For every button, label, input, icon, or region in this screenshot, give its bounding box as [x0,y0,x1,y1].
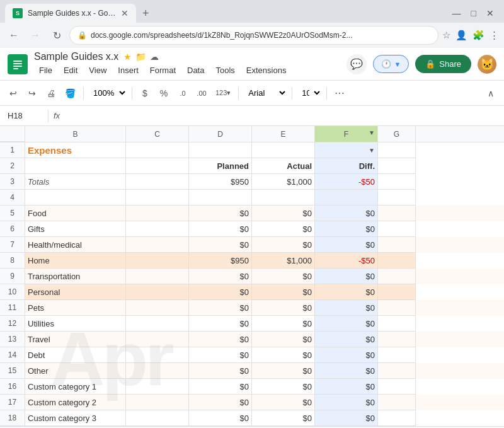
col-header-g[interactable]: G [378,126,416,142]
cell-e12[interactable]: $0 [252,316,315,332]
cell-b4[interactable] [25,190,126,205]
cell-b15[interactable]: Other [25,363,126,379]
cell-reference-input[interactable]: H18 [5,110,43,122]
active-tab[interactable]: S Sample Guides x.x - Google Shee... ✕ [5,4,136,23]
cell-e18[interactable]: $0 [252,410,315,426]
cell-b3[interactable]: Totals [25,174,126,190]
cell-d8[interactable]: $950 [189,253,252,269]
cell-f15[interactable]: $0 [315,363,378,379]
redo-button[interactable]: ↪ [24,85,40,101]
cell-c13[interactable] [126,332,189,347]
cell-f13[interactable]: $0 [315,332,378,347]
decimal-less-button[interactable]: .0 [175,85,191,101]
cell-b18[interactable]: Custom category 3 [25,410,126,426]
zoom-select[interactable]: 100% [88,86,127,100]
star-icon[interactable]: ★ [123,52,132,62]
cell-e7[interactable]: $0 [252,237,315,253]
cell-b1[interactable]: Expenses [25,142,126,158]
cell-d6[interactable]: $0 [189,221,252,237]
cell-f6[interactable]: $0 [315,221,378,237]
address-bar[interactable]: 🔒 docs.google.com/spreadsheets/d/1kZ8Nb_… [69,26,438,45]
cell-f8[interactable]: -$50 [315,253,378,269]
cell-g14[interactable] [378,347,416,363]
cell-d13[interactable]: $0 [189,332,252,347]
minimize-button[interactable]: — [452,8,461,18]
cell-g1[interactable] [378,142,416,158]
maximize-button[interactable]: □ [471,8,476,18]
cell-e3[interactable]: $1,000 [252,174,315,190]
cell-g7[interactable] [378,237,416,253]
cell-c7[interactable] [126,237,189,253]
row-num-15[interactable]: 15 [0,363,25,379]
formula-input[interactable] [65,111,499,120]
row-num-12[interactable]: 12 [0,316,25,332]
cell-f16[interactable]: $0 [315,379,378,395]
cell-g10[interactable] [378,284,416,300]
cell-c1[interactable] [126,142,189,158]
cell-g18[interactable] [378,410,416,426]
cell-e10[interactable]: $0 [252,284,315,300]
cell-f17[interactable]: $0 [315,395,378,410]
cell-b14[interactable]: Debt [25,347,126,363]
cell-f7[interactable]: $0 [315,237,378,253]
cell-e8[interactable]: $1,000 [252,253,315,269]
menu-extensions[interactable]: Extensions [241,64,292,77]
print-button[interactable]: 🖨 [43,85,59,101]
cell-d2[interactable]: Planned [189,158,252,174]
cell-e16[interactable]: $0 [252,379,315,395]
extensions-icon[interactable]: 🧩 [472,30,484,41]
font-select[interactable]: Arial [243,86,287,100]
cell-b8[interactable]: Home [25,253,126,269]
cell-c17[interactable] [126,395,189,410]
back-button[interactable]: ← [5,26,23,44]
cell-d7[interactable]: $0 [189,237,252,253]
cell-f10[interactable]: $0 [315,284,378,300]
forward-button[interactable]: → [26,26,44,44]
percent-button[interactable]: % [156,85,172,101]
bookmark-icon[interactable]: ☆ [442,30,450,41]
cell-g16[interactable] [378,379,416,395]
cell-d1[interactable] [189,142,252,158]
cell-f9[interactable]: $0 [315,269,378,284]
row-num-17[interactable]: 17 [0,395,25,410]
cell-e5[interactable]: $0 [252,205,315,221]
cell-e6[interactable]: $0 [252,221,315,237]
row-num-5[interactable]: 5 [0,205,25,221]
cell-e15[interactable]: $0 [252,363,315,379]
cell-b10[interactable]: Personal [25,284,126,300]
font-size-select[interactable]: 10 [297,86,322,100]
share-button[interactable]: 🔒 Share [415,55,471,73]
row-num-10[interactable]: 10 [0,284,25,300]
cell-b12[interactable]: Utilities [25,316,126,332]
menu-view[interactable]: View [84,64,112,77]
cell-g3[interactable] [378,174,416,190]
profile-icon[interactable]: 👤 [455,30,467,41]
cell-d5[interactable]: $0 [189,205,252,221]
col-header-d[interactable]: D [189,126,252,142]
cell-e9[interactable]: $0 [252,269,315,284]
row-num-3[interactable]: 3 [0,174,25,190]
cell-f5[interactable]: $0 [315,205,378,221]
cell-c10[interactable] [126,284,189,300]
row-num-18[interactable]: 18 [0,410,25,426]
menu-edit[interactable]: Edit [59,64,83,77]
cell-b6[interactable]: Gifts [25,221,126,237]
cell-c18[interactable] [126,410,189,426]
cell-b11[interactable]: Pets [25,300,126,316]
row-num-2[interactable]: 2 [0,158,25,174]
cell-f11[interactable]: $0 [315,300,378,316]
cell-g6[interactable] [378,221,416,237]
cell-c4[interactable] [126,190,189,205]
menu-file[interactable]: File [34,64,57,77]
cell-b2[interactable] [25,158,126,174]
cell-f3[interactable]: -$50 [315,174,378,190]
cell-g8[interactable] [378,253,416,269]
row-num-1[interactable]: 1 [0,142,25,158]
col-header-f[interactable]: F ▼ [315,126,378,142]
cell-e11[interactable]: $0 [252,300,315,316]
cell-f1[interactable]: ▼ [315,142,378,158]
col-header-c[interactable]: C [126,126,189,142]
cell-d12[interactable]: $0 [189,316,252,332]
cell-f18[interactable]: $0 [315,410,378,426]
cell-g17[interactable] [378,395,416,410]
